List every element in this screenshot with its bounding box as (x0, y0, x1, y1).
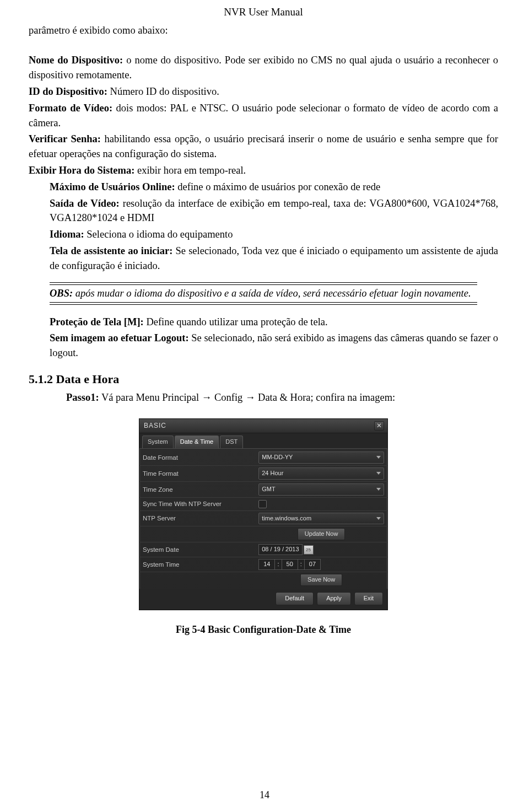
text-max-usuarios: define o máximo de usuários por conexão … (175, 181, 380, 192)
dropdown-ntp-server[interactable]: time.windows.com (258, 513, 384, 525)
dropdown-date-format-value: MM-DD-YY (262, 453, 293, 462)
label-verificar: Verificar Senha: (29, 133, 101, 144)
chevron-down-icon (376, 517, 381, 520)
row-system-date: System Date 08 / 19 / 2013 25 (139, 542, 387, 557)
text-id: Número ID do dispositivo. (107, 86, 219, 97)
para-protecao: Proteção de Tela [M]: Define quando util… (50, 315, 498, 330)
label-protecao: Proteção de Tela [M]: (50, 316, 144, 327)
row-sync-ntp: Sync Time With NTP Server (139, 498, 387, 511)
row-time-zone: Time Zone GMT (139, 482, 387, 498)
row-date-format: Date Format MM-DD-YY (139, 450, 387, 466)
section-heading: 5.1.2 Data e Hora (29, 370, 498, 388)
checkbox-sync-ntp[interactable] (258, 500, 267, 508)
para-formato: Formato de Vídeo: dois modos: PAL e NTSC… (29, 101, 498, 131)
input-system-date[interactable]: 08 / 19 / 2013 (258, 544, 302, 555)
para-idioma: Idioma: Seleciona o idioma do equipament… (50, 227, 498, 242)
exit-button[interactable]: Exit (354, 592, 383, 605)
para-max-usuarios: Máximo de Usuários Online: define o máxi… (50, 180, 498, 195)
text-idioma: Seleciona o idioma do equipamento (84, 229, 233, 240)
obs-body: após mudar o idioma do dispositivo e a s… (73, 288, 471, 299)
calendar-icon[interactable]: 25 (304, 545, 314, 555)
page-header: NVR User Manual (28, 4, 499, 20)
label-exibir-hora: Exibir Hora do Sistema: (29, 165, 134, 176)
time-sep1: : (275, 559, 281, 570)
save-now-button[interactable]: Save Now (300, 574, 342, 586)
row-save-now: Save Now (139, 572, 387, 588)
dropdown-time-format-value: 24 Hour (262, 469, 283, 478)
row-update-now: Update Now (139, 526, 387, 542)
row-ntp-server: NTP Server time.windows.com (139, 511, 387, 527)
row-time-format: Time Format 24 Hour (139, 466, 387, 482)
input-time-min[interactable]: 50 (282, 559, 298, 570)
label-passo1: Passo1: (66, 392, 99, 403)
obs-container: OBS: após mudar o idioma do dispositivo … (50, 282, 477, 305)
dialog-titlebar: BASIC ✕ (139, 419, 387, 433)
label-saida-video: Saída de Vídeo: (50, 198, 120, 209)
text-passo1: Vá para Menu Principal → Config → Data &… (99, 392, 396, 403)
dropdown-time-format[interactable]: 24 Hour (258, 467, 384, 480)
intro-text: parâmetro é exibido como abaixo: (29, 23, 498, 38)
label-idioma: Idioma: (50, 229, 84, 240)
para-tela-assistente: Tela de assistente ao iniciar: Se seleci… (50, 244, 498, 273)
obs-text: OBS: após mudar o idioma do dispositivo … (50, 284, 477, 303)
dropdown-date-format[interactable]: MM-DD-YY (258, 451, 384, 464)
label-system-date: System Date (143, 545, 258, 555)
label-date-format: Date Format (143, 453, 258, 463)
dropdown-time-zone-value: GMT (262, 485, 275, 494)
time-sep2: : (298, 559, 304, 570)
chevron-down-icon (376, 456, 381, 459)
tab-system[interactable]: System (142, 435, 174, 448)
text-exibir-hora: exibir hora em tempo-real. (134, 165, 246, 176)
para-verificar: Verificar Senha: habilitando essa opção,… (29, 132, 498, 162)
label-sem-imagem: Sem imagem ao efetuar Logout: (50, 332, 189, 343)
row-system-time: System Time 14 : 50 : 07 (139, 557, 387, 572)
text-protecao: Define quando utilizar uma proteção de t… (144, 316, 328, 327)
para-nome: Nome do Dispositivo: o nome do dispositi… (29, 53, 498, 83)
label-nome: Nome do Dispositivo: (29, 55, 123, 66)
apply-button[interactable]: Apply (317, 592, 351, 605)
close-icon[interactable]: ✕ (374, 421, 384, 431)
basic-dialog: BASIC ✕ System Date & Time DST Date Form… (139, 418, 388, 610)
para-passo1: Passo1: Vá para Menu Principal → Config … (66, 390, 498, 405)
update-now-button[interactable]: Update Now (298, 528, 346, 540)
para-saida-video: Saída de Vídeo: resolução da interface d… (50, 196, 498, 226)
tab-dst[interactable]: DST (220, 435, 243, 448)
obs-label: OBS: (50, 288, 73, 299)
label-system-time: System Time (143, 560, 258, 569)
dialog-footer: Default Apply Exit (139, 589, 387, 610)
label-tela-assistente: Tela de assistente ao iniciar: (50, 245, 172, 256)
label-formato: Formato de Vídeo: (29, 103, 112, 114)
dropdown-time-zone[interactable]: GMT (258, 483, 384, 496)
dropdown-ntp-server-value: time.windows.com (262, 514, 311, 523)
para-sem-imagem: Sem imagem ao efetuar Logout: Se selecio… (50, 331, 498, 361)
page-number: 14 (0, 788, 529, 802)
dialog-title-text: BASIC (144, 421, 166, 431)
label-sync-ntp: Sync Time With NTP Server (143, 499, 258, 509)
chevron-down-icon (376, 472, 381, 475)
label-ntp-server: NTP Server (143, 514, 258, 523)
label-id: ID do Dispositivo: (29, 86, 107, 97)
dialog-tabs: System Date & Time DST (139, 433, 387, 449)
label-max-usuarios: Máximo de Usuários Online: (50, 181, 175, 192)
para-exibir-hora: Exibir Hora do Sistema: exibir hora em t… (29, 163, 498, 178)
input-time-sec[interactable]: 07 (304, 559, 321, 570)
input-time-hour[interactable]: 14 (258, 559, 275, 570)
label-time-format: Time Format (143, 469, 258, 478)
default-button[interactable]: Default (276, 592, 314, 605)
label-time-zone: Time Zone (143, 485, 258, 494)
chevron-down-icon (376, 488, 381, 491)
figure-caption: Fig 5-4 Basic Configuration-Date & Time (29, 622, 498, 637)
tab-date-time[interactable]: Date & Time (175, 435, 219, 448)
para-id: ID do Dispositivo: Número ID do disposit… (29, 84, 498, 99)
